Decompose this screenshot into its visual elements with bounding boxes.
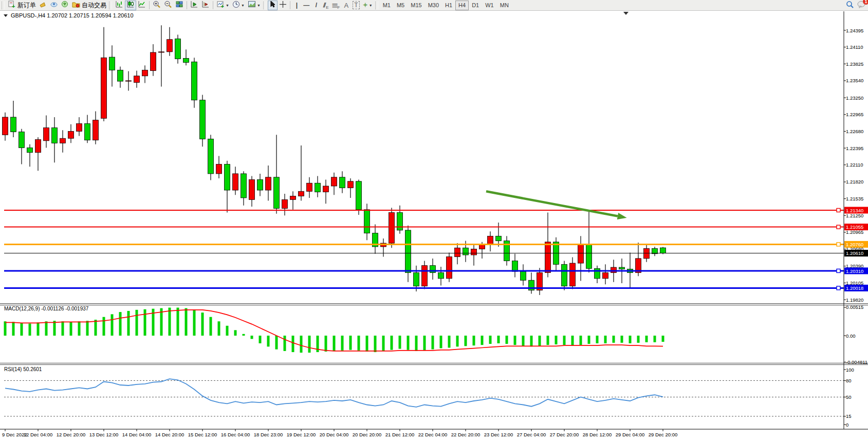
symbol-ohlc-text: GBPUSD-,H4 1.20702 1.20715 1.20594 1.206…: [11, 12, 134, 19]
community-button[interactable]: [48, 1, 60, 10]
equidistant-channel-tool-button[interactable]: ⫽ E: [321, 1, 331, 10]
time-axis-label: 29 Dec 20:00: [649, 432, 678, 437]
timeframe-h4[interactable]: H4: [455, 1, 469, 10]
trendline-tool-button[interactable]: /: [311, 1, 321, 10]
macd-histogram-bar: [407, 336, 410, 350]
horizontal-line-tool-button[interactable]: —: [302, 1, 311, 10]
vertical-line-icon: |: [296, 2, 298, 9]
search-icon[interactable]: [846, 1, 854, 11]
zoom-out-button[interactable]: [162, 1, 174, 10]
timeframe-m15[interactable]: M15: [408, 1, 424, 10]
candlestick-mode-button[interactable]: [125, 1, 136, 10]
toolbar-grip[interactable]: [2, 2, 5, 9]
line-handle[interactable]: [837, 269, 840, 272]
macd-histogram-bar: [473, 336, 475, 345]
zoom-in-button[interactable]: [151, 1, 162, 10]
macd-histogram-bar: [251, 336, 253, 339]
timeframe-w1[interactable]: W1: [482, 1, 497, 10]
macd-histogram-bar: [580, 336, 582, 345]
time-axis-label: 12 Dec 20:00: [57, 432, 86, 437]
auto-trading-button[interactable]: 自动交易: [70, 1, 108, 10]
price-axis-label: 1.23250: [846, 95, 863, 101]
line-handle[interactable]: [837, 225, 840, 229]
macd-histogram-bar: [234, 330, 237, 336]
time-axis-label: 22 Dec 04:00: [418, 432, 448, 437]
line-handle[interactable]: [837, 208, 840, 212]
line-handle[interactable]: [837, 243, 840, 246]
signal-icon: [61, 1, 69, 10]
macd-histogram-bar: [333, 336, 336, 351]
clock-icon: [232, 1, 240, 10]
signals-button[interactable]: [60, 1, 70, 10]
cursor-tool-button[interactable]: [268, 1, 278, 10]
macd-histogram-bar: [53, 321, 56, 336]
macd-histogram-bar: [70, 322, 72, 336]
add-indicator-icon: +: [216, 1, 225, 10]
bar-chart-mode-button[interactable]: [114, 1, 125, 10]
time-axis-label: 27 Dec 20:00: [550, 432, 579, 437]
price-axis-label: 1.22680: [846, 128, 863, 134]
macd-histogram-bar: [415, 336, 418, 351]
macd-histogram-bar: [514, 336, 516, 345]
indicators-button[interactable]: + ▼: [215, 1, 231, 10]
cursor-arrow-icon: [269, 1, 276, 10]
macd-histogram-bar: [391, 336, 393, 350]
macd-histogram-bar: [341, 336, 344, 351]
channel-subscript: E: [326, 5, 328, 10]
line-handle[interactable]: [837, 286, 840, 290]
toolbar-grip[interactable]: [109, 2, 112, 9]
price-axis-label: 1.23540: [846, 78, 863, 83]
timeframe-m5[interactable]: M5: [394, 1, 408, 10]
price-axis-label: 1.22965: [846, 112, 863, 117]
crosshair-tool-button[interactable]: [278, 1, 288, 10]
macd-histogram-bar: [144, 309, 146, 336]
vertical-line-tool-button[interactable]: |: [292, 1, 302, 10]
timeframe-m1[interactable]: M1: [380, 1, 394, 10]
news-button[interactable]: [38, 1, 48, 10]
auto-scroll-button[interactable]: [189, 1, 200, 10]
fibonacci-tool-button[interactable]: 𝄙 F: [331, 1, 342, 10]
new-order-button[interactable]: + 新订单: [6, 1, 38, 10]
macd-histogram-bar: [169, 308, 171, 336]
macd-histogram-bar: [21, 323, 23, 336]
timeframe-h1[interactable]: H1: [442, 1, 455, 10]
toolbar-grip[interactable]: [375, 2, 378, 9]
time-axis-label: 21 Dec 12:00: [385, 432, 415, 437]
macd-histogram-bar: [185, 308, 188, 336]
timeframe-mn[interactable]: MN: [497, 1, 512, 10]
chart-background[interactable]: [0, 11, 868, 441]
notification-badge: 1: [863, 0, 868, 5]
rsi-axis-label: 50: [846, 394, 852, 400]
macd-histogram-bar: [300, 336, 303, 353]
timeframe-m30[interactable]: M30: [425, 1, 442, 10]
candlestick: [356, 179, 362, 215]
candlestick: [447, 252, 452, 282]
text-tool-button[interactable]: A: [341, 1, 351, 10]
chart-canvas[interactable]: GBPUSD-,H4 1.20702 1.20715 1.20594 1.206…: [0, 11, 868, 441]
time-axis-label: 23 Dec 12:00: [484, 432, 513, 437]
periods-button[interactable]: ▼: [231, 1, 246, 10]
notifications-button[interactable]: 1: [857, 1, 866, 10]
chart-shift-button[interactable]: [200, 1, 211, 10]
macd-histogram-bar: [604, 336, 607, 343]
macd-histogram-bar: [292, 336, 294, 352]
candlestick: [389, 208, 395, 248]
price-axis-label: 1.22110: [846, 162, 863, 168]
candlestick-icon: [126, 1, 135, 10]
macd-histogram-bar: [95, 320, 97, 336]
arrows-tool-icon: ✦: [363, 2, 368, 9]
line-chart-mode-button[interactable]: [136, 1, 147, 10]
label-tool-button[interactable]: T: [351, 1, 361, 10]
time-axis-label: 14 Dec 04:00: [122, 432, 152, 437]
macd-histogram-bar: [103, 317, 105, 336]
toolbar-grip[interactable]: [263, 2, 266, 9]
timeframe-d1[interactable]: D1: [469, 1, 482, 10]
macd-histogram-bar: [522, 336, 525, 346]
macd-histogram-bar: [489, 336, 492, 344]
templates-button[interactable]: ▼: [246, 1, 262, 10]
macd-histogram-bar: [440, 336, 442, 348]
arrows-tool-button[interactable]: ✦ ▼: [361, 1, 374, 10]
price-tag-text: 1.21055: [846, 224, 863, 230]
price-tag: 1.21340: [844, 207, 868, 213]
tile-windows-button[interactable]: [174, 1, 185, 10]
